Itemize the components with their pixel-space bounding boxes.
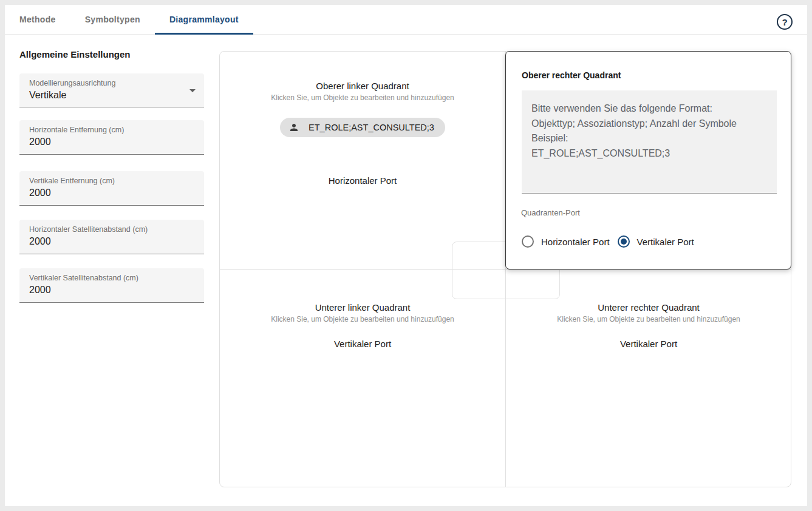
quadrant-hint: Klicken Sie, um Objekte zu bearbeiten un… — [506, 314, 791, 324]
sidebar-section-title: Allgemeine Einstellungen — [19, 49, 131, 59]
person-icon — [288, 122, 299, 133]
quadrant-hint: Klicken Sie, um Objekte zu bearbeiten un… — [220, 93, 505, 103]
field-label: Horizontale Entfernung (cm) — [29, 126, 194, 135]
quadrant-bottom-right[interactable]: Unterer rechter Quadrant Klicken Sie, um… — [506, 302, 791, 349]
horizontale-entfernung-field[interactable]: Horizontale Entfernung (cm) 2000 — [19, 120, 204, 155]
modellierungsausrichtung-select[interactable]: Modellierungsausrichtung Vertikale — [19, 73, 204, 107]
field-label: Horizontaler Satellitenabstand (cm) — [29, 225, 194, 234]
field-value: 2000 — [29, 135, 194, 149]
quadrant-title: Oberer linker Quadrant — [220, 81, 505, 92]
quadrant-top-right-editor-panel: Oberer rechter Quadrant Bitte verwenden … — [505, 51, 791, 269]
settings-window: Methode Symboltypen Diagrammlayout ? All… — [5, 5, 807, 506]
tab-diagrammlayout[interactable]: Diagrammlayout — [155, 5, 253, 34]
quadrant-port-label: Vertikaler Port — [220, 339, 505, 349]
quadrant-port-label: Horizontaler Port — [220, 175, 505, 186]
radio-label: Vertikaler Port — [637, 237, 694, 247]
tab-methode[interactable]: Methode — [5, 5, 70, 34]
tab-symboltypen[interactable]: Symboltypen — [70, 5, 155, 34]
radio-vertikaler-port[interactable]: Vertikaler Port — [618, 235, 694, 248]
help-icon[interactable]: ? — [777, 14, 793, 30]
quadrant-top-left[interactable]: Oberer linker Quadrant Klicken Sie, um O… — [220, 81, 505, 186]
select-value: Vertikale — [29, 88, 194, 103]
quadrant-title: Unterer rechter Quadrant — [506, 302, 791, 313]
radio-unselected-icon — [522, 235, 534, 248]
quadrant-title: Unterer linker Quadrant — [220, 302, 505, 313]
radio-label: Horizontaler Port — [541, 237, 610, 247]
select-label: Modellierungsausrichtung — [29, 79, 194, 88]
quadrant-hint: Klicken Sie, um Objekte zu bearbeiten un… — [220, 314, 505, 324]
quadrant-port-label: Vertikaler Port — [506, 339, 791, 349]
quadrant-bottom-left[interactable]: Unterer linker Quadrant Klicken Sie, um … — [220, 302, 505, 349]
radio-selected-icon — [618, 235, 630, 248]
objects-textarea[interactable]: Bitte verwenden Sie das folgende Format:… — [522, 90, 777, 194]
field-value: 2000 — [29, 234, 194, 249]
radio-horizontaler-port[interactable]: Horizontaler Port — [522, 235, 610, 248]
horizontaler-satellitenabstand-field[interactable]: Horizontaler Satellitenabstand (cm) 2000 — [19, 220, 204, 254]
field-value: 2000 — [29, 283, 194, 297]
vertikale-entfernung-field[interactable]: Vertikale Entfernung (cm) 2000 — [19, 171, 204, 206]
field-label: Vertikale Entfernung (cm) — [29, 177, 194, 186]
field-value: 2000 — [29, 186, 194, 200]
field-label: Vertikaler Satellitenabstand (cm) — [29, 274, 194, 283]
chip-label: ET_ROLE;AST_CONSULTED;3 — [309, 123, 434, 132]
port-radio-group: Horizontaler Port Vertikaler Port — [522, 235, 694, 248]
chevron-down-icon — [189, 89, 196, 92]
panel-title: Oberer rechter Quadrant — [522, 70, 621, 80]
vertikaler-satellitenabstand-field[interactable]: Vertikaler Satellitenabstand (cm) 2000 — [19, 268, 204, 303]
tab-bar: Methode Symboltypen Diagrammlayout — [5, 5, 807, 35]
object-chip[interactable]: ET_ROLE;AST_CONSULTED;3 — [280, 118, 445, 137]
quadrant-port-group-label: Quadranten-Port — [521, 208, 580, 217]
